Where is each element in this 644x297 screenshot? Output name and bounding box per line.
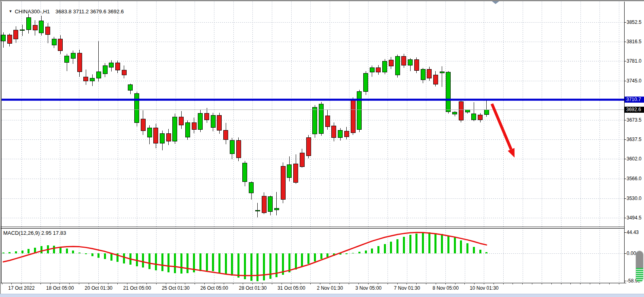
candle bbox=[58, 35, 63, 54]
candle bbox=[122, 65, 126, 78]
candle bbox=[472, 102, 476, 121]
time-axis-label: 2 Nov 01:30 bbox=[317, 285, 343, 291]
price-axis-label: 3745.0 bbox=[627, 78, 642, 84]
autoscroll-triangle-icon bbox=[492, 1, 499, 4]
price-axis-label: 3673.5 bbox=[627, 118, 642, 123]
symbol-title: ▼CHINA300-,H13683.8 3711.2 3679.6 3692.6 bbox=[3, 2, 124, 9]
time-axis-label: 28 Oct 01:30 bbox=[239, 285, 267, 291]
horizontal-line-3710[interactable] bbox=[2, 99, 624, 101]
candle bbox=[135, 92, 139, 126]
candle bbox=[166, 129, 171, 145]
time-axis-label: 31 Oct 05:00 bbox=[278, 285, 305, 291]
chart-canvas[interactable] bbox=[0, 0, 644, 297]
candle bbox=[46, 23, 50, 43]
panel-borders bbox=[0, 2, 626, 283]
candle bbox=[39, 16, 44, 36]
candle bbox=[332, 122, 336, 141]
price-axis-label: 3637.5 bbox=[627, 137, 642, 142]
candle bbox=[90, 74, 95, 86]
candle bbox=[338, 128, 343, 141]
candle bbox=[20, 25, 25, 36]
macd-histogram bbox=[2, 232, 488, 281]
price-axis-label: 3602.0 bbox=[627, 156, 642, 162]
candle bbox=[395, 55, 400, 78]
window-left-border bbox=[0, 1, 1, 297]
candle bbox=[446, 71, 451, 114]
candles bbox=[1, 14, 489, 217]
time-axis-label: 17 Oct 2022 bbox=[8, 285, 34, 291]
candle bbox=[274, 192, 279, 215]
scroll-widget-stripes bbox=[636, 268, 643, 282]
symbol-period-label: CHINA300-,H1 bbox=[15, 8, 50, 15]
time-axis-label: 25 Oct 01:30 bbox=[162, 285, 190, 291]
candle bbox=[84, 70, 88, 85]
price-axis-label: 3494.5 bbox=[627, 215, 642, 221]
candle bbox=[281, 162, 285, 203]
macd-axis-label: 0.00 bbox=[627, 251, 636, 256]
time-axis-label: 26 Oct 05:00 bbox=[200, 285, 228, 291]
candle bbox=[230, 138, 234, 159]
candle bbox=[211, 113, 215, 131]
candle bbox=[427, 67, 432, 81]
price-axis-label: 3566.0 bbox=[627, 176, 642, 181]
candle bbox=[243, 161, 247, 187]
axis-ticks bbox=[2, 22, 626, 284]
candle bbox=[408, 58, 413, 71]
candle bbox=[287, 156, 292, 181]
candle bbox=[160, 131, 165, 150]
candle bbox=[459, 99, 463, 122]
candle bbox=[109, 60, 114, 72]
candle bbox=[465, 110, 470, 114]
candle bbox=[484, 99, 489, 117]
candle bbox=[249, 181, 254, 200]
candle bbox=[414, 57, 419, 73]
candle bbox=[453, 111, 457, 117]
candle bbox=[14, 26, 18, 43]
candle bbox=[205, 108, 209, 123]
gridlines bbox=[2, 2, 624, 283]
candle bbox=[440, 66, 444, 87]
candle bbox=[351, 97, 355, 135]
candle bbox=[376, 65, 381, 75]
candle bbox=[147, 125, 152, 144]
ohlc-values-label: 3683.8 3711.2 3679.6 3692.6 bbox=[55, 8, 124, 15]
candle bbox=[52, 37, 56, 48]
scroll-widget-thumb bbox=[636, 251, 643, 268]
time-axis-label: 10 Nov 01:30 bbox=[470, 285, 498, 291]
candle bbox=[294, 154, 298, 184]
time-axis-label: 18 Oct 05:00 bbox=[46, 285, 74, 291]
time-axis-label: 8 Nov 05:00 bbox=[432, 285, 459, 291]
candle bbox=[370, 65, 374, 76]
candle bbox=[262, 192, 266, 214]
macd-axis-label: 44.43 bbox=[627, 230, 639, 235]
price-axis-label: 3530.0 bbox=[627, 196, 642, 201]
candle bbox=[313, 105, 317, 138]
time-axis-label: 7 Nov 01:30 bbox=[394, 285, 420, 291]
candle bbox=[433, 71, 438, 86]
candle bbox=[33, 20, 37, 36]
candle bbox=[319, 102, 324, 136]
candle bbox=[236, 137, 241, 161]
symbol-dropdown-icon[interactable]: ▼ bbox=[8, 9, 12, 13]
candle bbox=[306, 135, 311, 158]
candle bbox=[65, 54, 69, 71]
candle bbox=[344, 127, 349, 139]
candle bbox=[7, 34, 12, 46]
candle bbox=[154, 124, 158, 148]
candle bbox=[383, 59, 387, 74]
chart-window: ▼CHINA300-,H13683.8 3711.2 3679.6 3692.6… bbox=[0, 0, 644, 297]
candle bbox=[224, 123, 228, 144]
candle bbox=[364, 71, 368, 95]
candle bbox=[185, 120, 190, 140]
hline-price-tag: 3710.7 bbox=[625, 97, 644, 103]
candle bbox=[389, 57, 393, 69]
indicator-label: MACD(12,26,9) 2.95 17.83 bbox=[3, 230, 66, 236]
window-top-border bbox=[0, 0, 644, 1]
candle bbox=[255, 203, 260, 218]
window-bottom-edge bbox=[0, 294, 644, 297]
candle bbox=[71, 51, 75, 64]
overlay-scroll-widget[interactable] bbox=[636, 251, 643, 282]
current-price-tag: 3692.6 bbox=[625, 107, 644, 113]
candle bbox=[300, 149, 304, 168]
candle bbox=[103, 63, 107, 77]
